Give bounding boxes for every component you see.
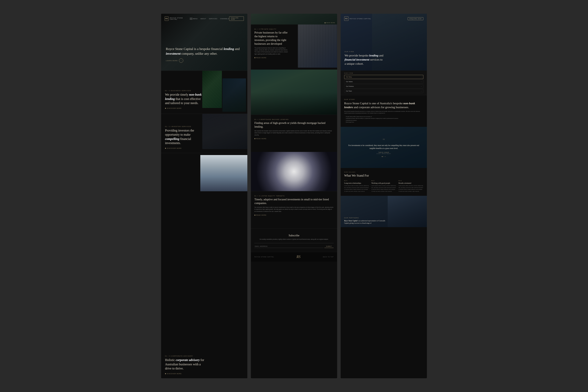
our-story-title: Royce Stone Capital is one of Australia'…	[344, 101, 423, 109]
inv-label: 01 / 2 INVESTOR SERVICES	[165, 126, 204, 127]
quote-content: " For investments to be considered, they…	[341, 134, 427, 161]
story-list-item-2: Institutional clients with the ability t…	[344, 118, 423, 120]
quote-dots	[345, 156, 422, 157]
corp-content: 01 / 3 CORPORATE ADVISORY Holistic corpo…	[165, 355, 204, 374]
quote-dot-2[interactable]	[384, 156, 384, 157]
pe-content: 01 / 2 PRIVATE EQUITY Private businesses…	[251, 24, 292, 70]
corporate-advisory-section: 01 / 3 CORPORATE ADVISORY Holistic corpo…	[161, 153, 247, 378]
quote-mark: "	[345, 138, 422, 143]
corp-discover[interactable]: DISCOVER MORE	[165, 373, 204, 374]
top-dot	[324, 22, 326, 23]
footer-brand: ROYCE STONE CAPITAL	[254, 256, 274, 258]
pe-label: 01 / 2 PRIVATE EQUITY	[254, 28, 288, 30]
quote-dot-3[interactable]	[385, 156, 386, 157]
inv-dot	[165, 148, 166, 149]
rp-brand-name: ROYCE STONE CAPITAL	[350, 18, 371, 20]
nav-link-about[interactable]: ABOUT	[200, 18, 206, 20]
stand-for-section: OUR VALUES What We Stand For 01 / 3 Long…	[341, 168, 427, 196]
pe-body: The private businesses that we select ar…	[254, 47, 288, 55]
email-input[interactable]	[254, 245, 324, 248]
quote-dot-1[interactable]	[382, 156, 382, 157]
stand-title-1: Long-term relationships	[344, 182, 369, 184]
nav-enquire-button[interactable]: ENQUIRE NOW	[229, 16, 244, 21]
nav-link-services[interactable]: SERVICES	[209, 18, 217, 20]
pe-read-more[interactable]: READ MORE	[254, 57, 288, 58]
our-story-section: OUR STORY Royce Stone Capital is one of …	[341, 95, 427, 127]
top-read-more[interactable]: READ MORE	[324, 22, 335, 23]
our-story-content: OUR STORY Royce Stone Capital is one of …	[344, 99, 423, 123]
le-title: Timely, adaptive and focused investments…	[254, 198, 334, 205]
firm-nav-story[interactable]: Our Story ›	[344, 75, 423, 79]
pe-cta: READ MORE	[256, 57, 266, 58]
our-story-list: Private family office clients that we ar…	[344, 116, 423, 123]
mid-top-image: READ MORE	[251, 14, 337, 24]
agave-image-section	[251, 70, 337, 115]
stand-for-label: OUR VALUES	[344, 172, 423, 173]
top-read-more-text: READ MORE	[326, 22, 335, 23]
firm-story-arrow: ›	[421, 76, 422, 78]
firm-team-arrow: ›	[421, 90, 422, 92]
firm-story-label: Our Story	[346, 76, 352, 78]
rp-hero-label: OUR FIRM	[344, 51, 384, 52]
our-story-label: OUR STORY	[344, 99, 423, 100]
biz-label: 01 / 3 BUSINESS SERVICES	[165, 90, 204, 91]
left-panel: RS ROYCE STONE CAPITAL MENU ABOUT SERVIC…	[161, 14, 247, 378]
nav-link-channels[interactable]: CHANNELS	[220, 18, 229, 20]
mortgage-lending-section: 01 / 2 MORTGAGE BACKED LENDING Finding a…	[251, 115, 337, 152]
business-services-section: 01 / 3 BUSINESS SERVICES We provide time…	[161, 70, 247, 114]
investor-services-section: 01 / 2 INVESTOR SERVICES Providing inves…	[161, 114, 247, 153]
firm-nav-team[interactable]: Our Team ›	[344, 89, 423, 93]
firm-nav-partners[interactable]: Our Partners ›	[344, 84, 423, 88]
nav-link-menu[interactable]: MENU	[193, 18, 198, 20]
subscribe-form: SUBMIT	[254, 243, 334, 248]
firm-values-arrow: ›	[421, 81, 422, 82]
rp-nav-logo: RS ROYCE STONE CAPITAL	[344, 16, 371, 21]
biz-person-image	[222, 78, 246, 112]
inv-cta-text: DISCOVER MORE	[167, 148, 182, 149]
le-body: Our exclusive client base is able to sec…	[254, 206, 334, 212]
le-label: 01 / 4 LISTED EQUITY TARGETS	[254, 195, 334, 196]
rp-hero-section: RS ROYCE STONE CAPITAL ENQUIRE NOW OUR F…	[341, 14, 427, 70]
firm-team-label: Our Team	[346, 90, 352, 92]
submit-button[interactable]: SUBMIT	[324, 245, 334, 248]
biz-foliage-image	[202, 71, 222, 108]
inv-discover[interactable]: DISCOVER MORE	[165, 148, 204, 149]
hero-cta[interactable]: LEARN MORE ›	[166, 58, 243, 63]
le-read-more[interactable]: READ MORE	[254, 214, 334, 216]
firm-nav-items: Our Story › Our Values › Our Partners › …	[344, 75, 423, 93]
cornwall-section: OUR PARTNERS Royce Stone Capital is an a…	[341, 196, 427, 227]
mid-panel: READ MORE 01 / 2 PRIVATE EQUITY Private …	[251, 14, 337, 378]
firm-nav-values[interactable]: Our Values ›	[344, 80, 423, 84]
nav-links: MENU ABOUT SERVICES CHANNELS	[193, 18, 229, 20]
rp-hero-content: OUR FIRM We provide bespoke lending and …	[344, 51, 384, 66]
listed-equity-section: 01 / 4 LISTED EQUITY TARGETS Timely, ada…	[251, 191, 337, 228]
circular-img	[251, 152, 337, 191]
stand-title-3: Results orientated	[398, 182, 423, 184]
pe-dot	[254, 57, 256, 58]
back-to-top[interactable]: BACK TO TOP	[323, 256, 334, 258]
mb-read-more[interactable]: READ MORE	[254, 138, 334, 139]
mb-label: 01 / 2 MORTGAGE BACKED LENDING	[254, 119, 334, 120]
stand-for-grid: 01 / 3 Long-term relationships Lorem ips…	[344, 180, 423, 192]
corp-title: Holistic corporate advisory for Australi…	[165, 358, 204, 371]
mb-dot	[254, 138, 256, 139]
stand-body-1: Lorem ipsum dolor sit amet, connect adip…	[344, 185, 369, 192]
biz-title: We provide timely non-bank lending that …	[165, 92, 204, 105]
firm-nav-label: OUR FIRM	[344, 72, 423, 74]
hero-title: Royce Stone Capital is a bespoke financi…	[166, 47, 243, 56]
discover-text: DISCOVER MORE	[167, 108, 182, 109]
stand-body-3: Lorem ipsum dolor sit amet, connect adip…	[398, 185, 423, 192]
quote-text: For investments to be considered, they m…	[345, 144, 422, 150]
mb-body: We examine the broader macro economic en…	[254, 130, 334, 136]
stand-item-2: 01 / 3 Working with good people Lorem ip…	[372, 180, 396, 192]
biz-discover[interactable]: DISCOVER MORE	[165, 108, 204, 109]
mb-cta: READ MORE	[256, 138, 266, 139]
cornwall-image	[388, 196, 427, 227]
hamburger-menu[interactable]	[189, 18, 193, 20]
le-cta: READ MORE	[256, 214, 266, 216]
brand-name: ROYCE STONE CAPITAL	[170, 17, 189, 20]
hero-cta-text: LEARN MORE	[166, 60, 178, 61]
hero-cta-circle[interactable]: ›	[179, 58, 183, 63]
rp-enquire-button[interactable]: ENQUIRE NOW	[408, 17, 423, 20]
story-list-item-1: Private family office clients that we ar…	[344, 116, 423, 118]
